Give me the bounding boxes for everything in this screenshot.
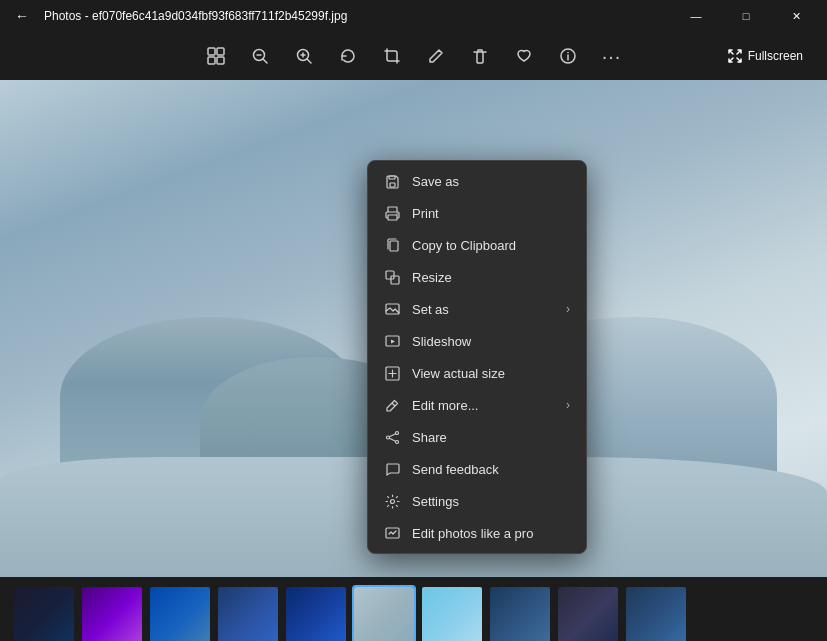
window-title: Photos - ef070fe6c41a9d034fbf93f683ff711… (44, 9, 347, 23)
svg-point-26 (395, 431, 398, 434)
set-as-icon (384, 301, 400, 317)
menu-item-send-feedback[interactable]: Send feedback (368, 453, 586, 485)
submenu-arrow: › (566, 302, 570, 316)
print-icon (384, 205, 400, 221)
svg-rect-1 (217, 48, 224, 55)
svg-line-30 (389, 438, 395, 441)
edit-photos-pro-label: Edit photos like a pro (412, 526, 570, 541)
zoom-out-button[interactable] (240, 36, 280, 76)
titlebar-left: ← Photos - ef070fe6c41a9d034fbf93f683ff7… (8, 2, 347, 30)
menu-item-copy-clipboard[interactable]: Copy to Clipboard (368, 229, 586, 261)
send-feedback-label: Send feedback (412, 462, 570, 477)
save-as-icon (384, 173, 400, 189)
menu-item-share[interactable]: Share (368, 421, 586, 453)
menu-item-print[interactable]: Print (368, 197, 586, 229)
fullscreen-label: Fullscreen (748, 49, 803, 63)
thumbnail-image (14, 587, 74, 641)
filmstrip-thumbnail[interactable] (284, 585, 348, 641)
slideshow-icon (384, 333, 400, 349)
share-icon (384, 429, 400, 445)
close-button[interactable]: ✕ (773, 0, 819, 32)
zoom-in-button[interactable] (284, 36, 324, 76)
edit-photos-pro-icon (384, 525, 400, 541)
svg-line-10 (307, 59, 311, 63)
thumbnail-image (150, 587, 210, 641)
thumbnail-image (218, 587, 278, 641)
menu-item-resize[interactable]: Resize (368, 261, 586, 293)
svg-point-27 (395, 440, 398, 443)
svg-point-28 (386, 436, 389, 439)
minimize-button[interactable]: — (673, 0, 719, 32)
menu-item-slideshow[interactable]: Slideshow (368, 325, 586, 357)
thumbnail-image (354, 587, 414, 641)
view-actual-size-label: View actual size (412, 366, 570, 381)
svg-rect-17 (388, 215, 397, 220)
info-button[interactable] (548, 36, 588, 76)
menu-item-view-actual-size[interactable]: View actual size (368, 357, 586, 389)
share-label: Share (412, 430, 570, 445)
filmstrip-thumbnail[interactable] (624, 585, 688, 641)
edit-more-label: Edit more... (412, 398, 554, 413)
view-toggle-button[interactable] (196, 36, 236, 76)
thumbnail-image (422, 587, 482, 641)
edit-more-icon (384, 397, 400, 413)
menu-item-set-as[interactable]: Set as › (368, 293, 586, 325)
filmstrip-thumbnail[interactable] (556, 585, 620, 641)
submenu-arrow: › (566, 398, 570, 412)
svg-point-31 (390, 499, 394, 503)
favorite-button[interactable] (504, 36, 544, 76)
svg-rect-0 (208, 48, 215, 55)
svg-rect-16 (388, 207, 397, 212)
filmstrip-thumbnail[interactable] (12, 585, 76, 641)
print-label: Print (412, 206, 570, 221)
filmstrip-thumbnail[interactable] (148, 585, 212, 641)
filmstrip-thumbnail[interactable] (216, 585, 280, 641)
edit-button[interactable] (416, 36, 456, 76)
settings-icon (384, 493, 400, 509)
settings-label: Settings (412, 494, 570, 509)
menu-item-edit-more[interactable]: Edit more... › (368, 389, 586, 421)
thumbnail-image (558, 587, 618, 641)
thumbnail-image (490, 587, 550, 641)
svg-point-18 (396, 213, 398, 215)
image-view: Save as Print Copy to Clipboard Resize S… (0, 80, 827, 577)
svg-rect-15 (389, 176, 395, 179)
slideshow-label: Slideshow (412, 334, 570, 349)
set-as-label: Set as (412, 302, 554, 317)
svg-line-25 (392, 403, 395, 406)
titlebar: ← Photos - ef070fe6c41a9d034fbf93f683ff7… (0, 0, 827, 32)
context-menu: Save as Print Copy to Clipboard Resize S… (367, 160, 587, 554)
resize-label: Resize (412, 270, 570, 285)
copy-clipboard-label: Copy to Clipboard (412, 238, 570, 253)
back-button[interactable]: ← (8, 2, 36, 30)
filmstrip-thumbnail[interactable] (80, 585, 144, 641)
filmstrip (0, 577, 827, 641)
menu-item-settings[interactable]: Settings (368, 485, 586, 517)
svg-rect-21 (391, 276, 399, 284)
svg-rect-19 (390, 241, 398, 251)
maximize-button[interactable]: □ (723, 0, 769, 32)
crop-button[interactable] (372, 36, 412, 76)
fullscreen-button[interactable]: Fullscreen (720, 45, 811, 67)
toolbar: ··· Fullscreen (0, 32, 827, 80)
menu-item-edit-photos-pro[interactable]: Edit photos like a pro (368, 517, 586, 549)
delete-button[interactable] (460, 36, 500, 76)
filmstrip-thumbnail[interactable] (488, 585, 552, 641)
thumbnail-image (82, 587, 142, 641)
svg-line-6 (263, 59, 267, 63)
send-feedback-icon (384, 461, 400, 477)
view-actual-size-icon (384, 365, 400, 381)
window-controls: — □ ✕ (673, 0, 819, 32)
filmstrip-thumbnail[interactable] (420, 585, 484, 641)
svg-point-13 (567, 52, 569, 54)
svg-line-29 (389, 433, 395, 436)
thumbnail-image (626, 587, 686, 641)
svg-rect-2 (208, 57, 215, 64)
svg-rect-3 (217, 57, 224, 64)
more-options-button[interactable]: ··· (592, 36, 632, 76)
copy-clipboard-icon (384, 237, 400, 253)
save-as-label: Save as (412, 174, 570, 189)
filmstrip-thumbnail[interactable] (352, 585, 416, 641)
rotate-button[interactable] (328, 36, 368, 76)
menu-item-save-as[interactable]: Save as (368, 165, 586, 197)
